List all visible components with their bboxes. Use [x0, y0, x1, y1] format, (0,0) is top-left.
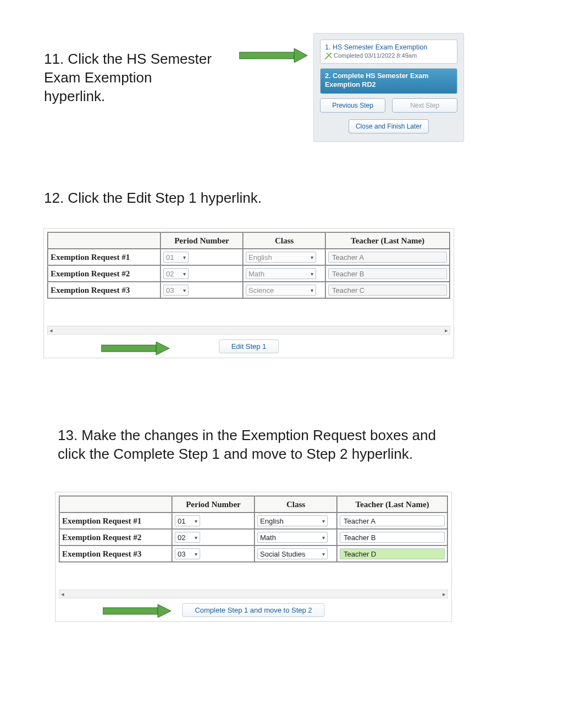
scroll-right-icon[interactable]: ▸: [443, 591, 446, 598]
scroll-left-icon[interactable]: ◂: [49, 327, 53, 334]
svg-rect-0: [239, 52, 294, 59]
next-step-button: Next Step: [392, 98, 457, 113]
period-select[interactable]: 03▾: [175, 548, 200, 559]
row-label: Exemption Request #3: [59, 546, 172, 562]
svg-marker-1: [294, 48, 307, 63]
row-label: Exemption Request #3: [48, 282, 161, 298]
teacher-field[interactable]: Teacher A: [340, 515, 445, 526]
chevron-down-icon: ▾: [322, 551, 325, 557]
edit-step-1-button[interactable]: Edit Step 1: [219, 340, 279, 353]
table-header: Period Number: [172, 496, 255, 513]
svg-marker-5: [158, 604, 171, 618]
chevron-down-icon: ▾: [311, 287, 313, 293]
arrow-icon: [103, 604, 171, 618]
period-select: 03▾: [163, 285, 189, 296]
table-row: Exemption Request #3 03▾ Science▾ Teache…: [48, 282, 450, 298]
period-select[interactable]: 02▾: [175, 532, 200, 543]
instruction-step-12: 12. Click the Edit Step 1 hyperlink.: [44, 188, 374, 207]
horizontal-scrollbar[interactable]: ◂ ▸: [47, 326, 450, 335]
table-header: Period Number: [161, 232, 243, 249]
close-finish-later-button[interactable]: Close and Finish Later: [349, 119, 429, 134]
teacher-field: Teacher C: [328, 285, 447, 296]
teacher-field[interactable]: Teacher B: [340, 532, 445, 543]
chevron-down-icon: ▾: [311, 271, 313, 277]
chevron-down-icon: ▾: [322, 518, 325, 524]
chevron-down-icon: ▾: [311, 254, 313, 260]
chevron-down-icon: ▾: [195, 535, 197, 541]
exemption-table-editable: Period Number Class Teacher (Last Name) …: [55, 492, 452, 622]
table-row: Exemption Request #3 03▾ Social Studies▾…: [59, 546, 448, 562]
chevron-down-icon: ▾: [183, 287, 186, 293]
instruction-step-13: 13. Make the changes in the Exemption Re…: [58, 426, 459, 463]
table-header: Class: [255, 496, 337, 513]
table-row: Exemption Request #1 01▾ English▾ Teache…: [59, 513, 448, 529]
nav-step-1-subtitle: Completed 03/11/2022 8:49am: [334, 52, 417, 59]
chevron-down-icon: ▾: [183, 271, 186, 277]
exemption-table-readonly: Period Number Class Teacher (Last Name) …: [43, 228, 454, 358]
period-select: 02▾: [163, 268, 189, 279]
checkmark-icon: [325, 53, 332, 59]
chevron-down-icon: ▾: [322, 535, 325, 541]
chevron-down-icon: ▾: [183, 254, 186, 260]
table-row: Exemption Request #2 02▾ Math▾ Teacher B: [48, 265, 450, 282]
nav-step-2[interactable]: 2. Complete HS Semester Exam Exemption R…: [320, 68, 457, 94]
chevron-down-icon: ▾: [195, 551, 197, 557]
class-select[interactable]: Social Studies▾: [257, 548, 328, 559]
period-select: 01▾: [163, 252, 189, 263]
table-header: Teacher (Last Name): [337, 496, 448, 513]
table-row: Exemption Request #1 01▾ English▾ Teache…: [48, 249, 450, 265]
horizontal-scrollbar[interactable]: ◂ ▸: [59, 590, 448, 598]
row-label: Exemption Request #1: [59, 513, 172, 529]
arrow-icon: [239, 48, 307, 63]
complete-step-1-button[interactable]: Complete Step 1 and move to Step 2: [182, 603, 324, 617]
class-select: Science▾: [246, 285, 316, 296]
chevron-down-icon: ▾: [195, 518, 197, 524]
nav-step-1[interactable]: 1. HS Semester Exam Exemption Completed …: [320, 40, 457, 64]
step-nav-panel: 1. HS Semester Exam Exemption Completed …: [313, 33, 464, 142]
svg-rect-2: [101, 345, 156, 352]
class-select[interactable]: Math▾: [257, 532, 328, 543]
nav-step-2-title: 2. Complete HS Semester Exam Exemption R…: [325, 72, 428, 88]
svg-marker-3: [156, 342, 169, 355]
scroll-right-icon[interactable]: ▸: [445, 327, 448, 334]
scroll-left-icon[interactable]: ◂: [61, 591, 64, 598]
instruction-step-11: 11. Click the HS Semester Exam Exemption…: [44, 49, 214, 105]
arrow-icon: [101, 342, 169, 355]
row-label: Exemption Request #2: [59, 529, 172, 546]
previous-step-button[interactable]: Previous Step: [320, 98, 385, 113]
nav-step-1-title: 1. HS Semester Exam Exemption: [325, 43, 452, 51]
table-header: Class: [243, 232, 325, 249]
row-label: Exemption Request #2: [48, 265, 161, 282]
period-select[interactable]: 01▾: [175, 515, 200, 526]
class-select: Math▾: [246, 268, 316, 279]
teacher-field: Teacher B: [328, 268, 447, 279]
teacher-field[interactable]: Teacher D: [340, 548, 445, 559]
svg-rect-4: [103, 608, 158, 614]
table-header: Teacher (Last Name): [325, 232, 450, 249]
table-header: [48, 232, 161, 249]
table-header: [59, 496, 172, 513]
class-select[interactable]: English▾: [257, 515, 328, 526]
table-row: Exemption Request #2 02▾ Math▾ Teacher B: [59, 529, 448, 546]
row-label: Exemption Request #1: [48, 249, 161, 265]
teacher-field: Teacher A: [328, 252, 447, 263]
class-select: English▾: [246, 252, 316, 263]
